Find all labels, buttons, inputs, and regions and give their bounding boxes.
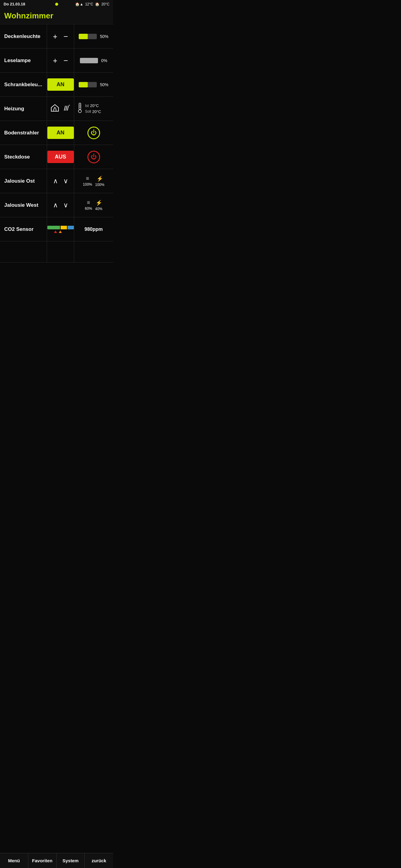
plus-btn-deckenleuchte[interactable]: + — [50, 31, 60, 41]
status-group-leselampe: 0% — [80, 58, 107, 63]
aus-btn-steckdose[interactable]: AUS — [47, 151, 74, 163]
jalousie-pos-pct-ost: 100% — [83, 182, 92, 187]
toggle-fill-schrankbeleu — [79, 82, 88, 87]
ist-value: 20°C — [90, 103, 99, 109]
chevron-down-west[interactable]: ∨ — [62, 200, 69, 210]
minus-btn-leselampe[interactable]: − — [61, 56, 70, 66]
jalousie-pos-icon-west: ≡ — [87, 199, 90, 206]
chevron-up-ost[interactable]: ∧ — [52, 176, 59, 186]
status-bodenstrahler: ⏻ — [74, 121, 113, 145]
switch-controls-bodenstrahler: AN — [47, 121, 74, 145]
switch-controls-schrankbeleu: AN — [47, 73, 74, 96]
power-symbol-off: ⏻ — [91, 153, 97, 160]
svg-line-3 — [66, 106, 67, 111]
co2-tri-red — [54, 230, 57, 233]
svg-rect-0 — [54, 109, 56, 111]
status-group-deckenleuchte: 50% — [79, 34, 108, 39]
jalousie-controls-ost: ∧ ∨ — [47, 169, 74, 193]
thermometer-icon — [76, 102, 83, 115]
status-temp-inside: 20°C — [101, 2, 110, 6]
device-name-steckdose: Steckdose — [0, 151, 47, 163]
pct-leselampe: 0% — [101, 58, 107, 63]
power-icon-steckdose: ⏻ — [87, 151, 100, 163]
soll-label: Soll — [85, 109, 91, 114]
device-name-deckenleuchte: Deckenleuchte — [0, 30, 47, 42]
device-row-steckdose: Steckdose AUS ⏻ — [0, 145, 113, 169]
status-heizung: Ist 20°C Soll 20°C — [74, 97, 113, 121]
co2-tri-orange — [59, 230, 62, 233]
dimmer-controls-deckenleuchte: + − — [47, 24, 74, 48]
device-name-schrankbeleu: Schrankbeleu... — [0, 79, 47, 91]
co2-bar-container — [47, 226, 74, 233]
jalousie-lam-west: ⚡ 40% — [95, 199, 102, 211]
heating-controls-heizung: + — [47, 97, 74, 121]
home-heat-icon — [50, 103, 59, 114]
device-row-deckenleuchte: Deckenleuchte + − 50% — [0, 24, 113, 49]
jalousie-pos-icon-ost: ≡ — [86, 176, 89, 182]
an-btn-schrankbeleu[interactable]: AN — [47, 79, 74, 91]
jalousie-lam-pct-ost: 100% — [95, 183, 104, 187]
chevron-down-ost[interactable]: ∨ — [62, 176, 69, 186]
heat-radiator-icon: + — [62, 103, 71, 114]
status-jalousie-west: ≡ 60% ⚡ 40% — [74, 193, 113, 217]
jalousie-pos-pct-west: 60% — [85, 207, 92, 211]
ist-soll-block: Ist 20°C Soll 20°C — [85, 103, 101, 115]
status-schrankbeleu: 50% — [74, 73, 113, 96]
device-row-leselampe: Leselampe + − 0% — [0, 49, 113, 73]
soll-row: Soll 20°C — [85, 109, 101, 115]
status-leselampe: 0% — [74, 49, 113, 72]
device-row-jalousie-ost: Jalousie Ost ∧ ∨ ≡ 100% ⚡ 100% — [0, 169, 113, 193]
status-right: 🏠▲ 12°C 🏠 20°C — [75, 2, 110, 6]
device-row-schrankbeleu: Schrankbeleu... AN 50% — [0, 73, 113, 97]
minus-btn-deckenleuchte[interactable]: − — [61, 31, 70, 41]
soll-value: 20°C — [92, 109, 101, 115]
empty-cell-1 — [0, 241, 47, 262]
co2-blue-segment — [67, 226, 74, 229]
power-icon-bodenstrahler: ⏻ — [87, 127, 100, 139]
status-bar: Do 21.03.18 🏠▲ 12°C 🏠 20°C — [0, 0, 113, 8]
ist-row: Ist 20°C — [85, 103, 101, 109]
jalousie-pos-west: ≡ 60% — [85, 199, 92, 211]
svg-text:+: + — [68, 104, 70, 107]
device-row-bodenstrahler: Bodenstrahler AN ⏻ — [0, 121, 113, 145]
svg-rect-6 — [79, 103, 81, 110]
co2-green-segment — [47, 226, 60, 229]
status-icon-signal: 🏠▲ — [75, 2, 83, 6]
status-jalousie-ost: ≡ 100% ⚡ 100% — [74, 169, 113, 193]
status-temp-outside: 12°C — [85, 2, 93, 6]
status-icon-home: 🏠 — [95, 2, 99, 6]
ist-label: Ist — [85, 103, 89, 108]
status-deckenleuchte: 50% — [74, 24, 113, 48]
toggle-fill-deckenleuchte — [79, 34, 88, 39]
status-co2: 980ppm — [74, 217, 113, 241]
empty-row — [0, 241, 113, 262]
jalousie-lam-icon-ost: ⚡ — [96, 176, 103, 182]
co2-yellow-segment — [61, 226, 67, 229]
pct-schrankbeleu: 50% — [100, 82, 108, 87]
device-name-jalousie-ost: Jalousie Ost — [0, 175, 47, 187]
an-btn-bodenstrahler[interactable]: AN — [47, 127, 74, 139]
co2-display — [47, 217, 74, 241]
empty-cell-2 — [47, 241, 74, 262]
page-title: Wohnzimmer — [4, 11, 109, 21]
toggle-bar-schrankbeleu — [79, 82, 97, 87]
co2-ppm-value: 980ppm — [85, 227, 102, 232]
svg-point-7 — [79, 110, 82, 113]
jalousie-controls-west: ∧ ∨ — [47, 193, 74, 217]
co2-bar — [47, 226, 74, 229]
chevron-up-west[interactable]: ∧ — [52, 200, 59, 210]
jalousie-lam-ost: ⚡ 100% — [95, 176, 104, 187]
device-name-jalousie-west: Jalousie West — [0, 199, 47, 211]
switch-controls-steckdose: AUS — [47, 145, 74, 169]
device-row-heizung: Heizung + — [0, 97, 113, 121]
jalousie-lam-pct-west: 40% — [95, 207, 102, 211]
device-name-bodenstrahler: Bodenstrahler — [0, 127, 47, 139]
svg-line-2 — [64, 106, 65, 111]
dimmer-controls-leselampe: + − — [47, 49, 74, 72]
device-row-jalousie-west: Jalousie West ∧ ∨ ≡ 60% ⚡ 40% — [0, 193, 113, 217]
device-name-co2: CO2 Sensor — [0, 223, 47, 236]
toggle-bar-deckenleuchte — [79, 34, 97, 39]
device-row-co2: CO2 Sensor 980ppm — [0, 217, 113, 241]
status-group-schrankbeleu: 50% — [79, 82, 108, 87]
plus-btn-leselampe[interactable]: + — [50, 56, 60, 66]
